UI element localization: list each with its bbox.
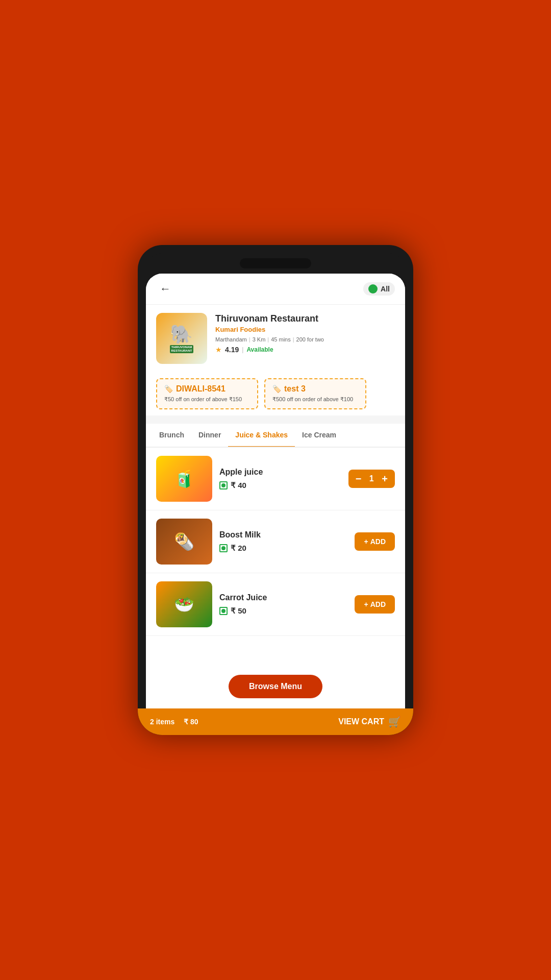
restaurant-logo: 🐘 THIRUVONAMRESTAURANT [156,313,207,364]
restaurant-time: 45 mins [271,336,291,342]
logo-elephant-icon: 🐘 [170,324,194,345]
boost-milk-image: 🌯 [156,519,212,565]
meta-separator-2: | [267,336,269,342]
meta-separator-3: | [293,336,294,342]
cart-right[interactable]: VIEW CART 🛒 [338,716,401,727]
coupon-card-1[interactable]: 🏷️ DIWALI-8541 ₹50 off on order of above… [156,378,258,409]
boost-milk-add-icon: + [364,537,368,546]
carrot-juice-info: Carrot Juice ₹ 50 [219,593,347,616]
restaurant-rating: ★ 4.19 | Available [215,346,395,354]
logo-text: THIRUVONAMRESTAURANT [170,345,194,353]
restaurant-distance: 3 Km [253,336,266,342]
rating-value: 4.19 [225,346,239,354]
boost-milk-add-label: ADD [370,537,386,546]
apple-juice-price: ₹ 40 [231,481,246,490]
menu-item-carrot-juice: 🥗 Carrot Juice ₹ 50 + ADD [146,573,405,636]
boost-milk-add-button[interactable]: + ADD [355,532,395,551]
coupons-section: 🏷️ DIWALI-8541 ₹50 off on order of above… [146,372,405,415]
coupon-desc-1: ₹50 off on order of above ₹150 [164,396,250,403]
restaurant-brand: Kumari Foodies [215,326,395,333]
apple-juice-quantity: 1 [367,474,375,483]
carrot-juice-image: 🥗 [156,581,212,627]
restaurant-info: 🐘 THIRUVONAMRESTAURANT Thiruvonam Restau… [146,305,405,372]
cart-left: 2 items ₹ 80 [150,717,198,726]
back-button[interactable]: ← [156,280,174,298]
boost-milk-info: Boost Milk ₹ 20 [219,530,347,553]
coupon-code-2: test 3 [284,384,306,394]
star-icon: ★ [215,346,222,354]
veg-dot-icon [368,284,378,293]
cart-items-count: 2 items [150,718,174,726]
apple-juice-qty-control[interactable]: − 1 + [348,470,395,488]
apple-juice-price-row: ₹ 40 [219,481,341,490]
veg-toggle-label: All [381,285,390,293]
coupon-card-2[interactable]: 🏷️ test 3 ₹500 off on order of above ₹10… [264,378,366,409]
boost-milk-veg-icon [219,544,228,552]
meta-separator-1: | [249,336,251,342]
carrot-juice-add-button[interactable]: + ADD [355,595,395,614]
carrot-juice-veg-icon [219,607,228,615]
cart-bar[interactable]: 2 items ₹ 80 VIEW CART 🛒 [146,708,405,727]
back-arrow-icon: ← [160,282,171,296]
apple-juice-name: Apple juice [219,468,341,477]
boost-milk-price-row: ₹ 20 [219,544,347,553]
apple-juice-decrease-btn[interactable]: − [356,474,362,484]
carrot-juice-name: Carrot Juice [219,593,347,602]
category-tabs: Brunch Dinner Juice & Shakes Ice Cream [146,424,405,448]
boost-milk-price: ₹ 20 [231,544,246,553]
restaurant-meta: Marthandam | 3 Km | 45 mins | 200 for tw… [215,336,395,342]
coupon-header-2: 🏷️ test 3 [272,384,358,394]
restaurant-name: Thiruvonam Restaurant [215,313,395,325]
boost-milk-name: Boost Milk [219,530,347,540]
restaurant-location: Marthandam [215,336,247,342]
tab-brunch[interactable]: Brunch [152,424,191,448]
view-cart-label[interactable]: VIEW CART [338,717,384,726]
tab-dinner[interactable]: Dinner [191,424,228,448]
tab-juice-shakes[interactable]: Juice & Shakes [228,424,295,448]
coupon-desc-2: ₹500 off on order of above ₹100 [272,396,358,403]
browse-menu-button[interactable]: Browse Menu [229,675,322,698]
cart-icon: 🛒 [388,716,401,727]
apple-juice-info: Apple juice ₹ 40 [219,468,341,490]
cart-total: ₹ 80 [184,718,198,726]
carrot-juice-price-row: ₹ 50 [219,606,347,616]
coupon-icon-1: 🏷️ [164,385,173,393]
carrot-juice-add-label: ADD [370,600,386,608]
apple-juice-increase-btn[interactable]: + [382,474,388,484]
menu-item-boost-milk: 🌯 Boost Milk ₹ 20 + ADD [146,510,405,573]
tab-ice-cream[interactable]: Ice Cream [295,424,343,448]
restaurant-details: Thiruvonam Restaurant Kumari Foodies Mar… [215,313,395,354]
carrot-juice-add-icon: + [364,600,368,608]
carrot-juice-price: ₹ 50 [231,606,246,616]
veg-toggle[interactable]: All [363,282,395,296]
coupon-code-1: DIWALI-8541 [176,384,226,394]
header: ← All [146,274,405,305]
apple-juice-image: 🧃 [156,456,212,502]
apple-juice-veg-icon [219,481,228,489]
coupon-header-1: 🏷️ DIWALI-8541 [164,384,250,394]
divider [146,415,405,420]
menu-item-apple-juice: 🧃 Apple juice ₹ 40 − 1 + [146,448,405,510]
restaurant-price: 200 for two [296,336,324,342]
coupon-icon-2: 🏷️ [272,385,281,393]
rating-separator: | [242,346,243,353]
available-badge: Available [246,346,273,353]
